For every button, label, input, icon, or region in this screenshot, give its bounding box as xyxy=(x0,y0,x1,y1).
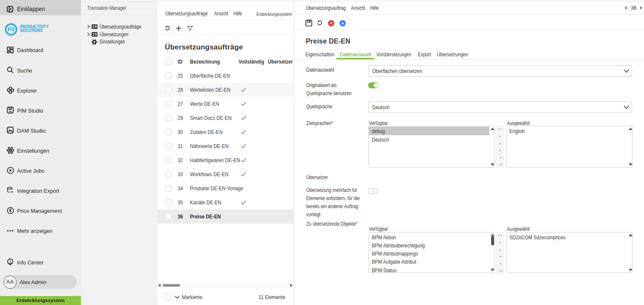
svg-text:PS: PS xyxy=(8,26,14,32)
svg-text:€: € xyxy=(9,208,12,213)
